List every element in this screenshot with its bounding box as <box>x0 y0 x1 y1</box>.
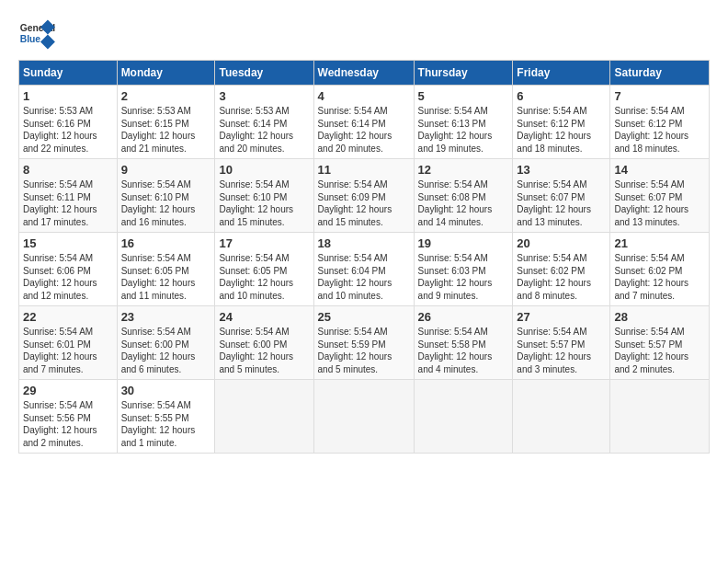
day-number: 25 <box>318 310 410 324</box>
day-info: Sunrise: 5:54 AM Sunset: 5:58 PM Dayligh… <box>418 326 509 375</box>
day-number: 8 <box>23 163 113 177</box>
day-number: 9 <box>121 163 211 177</box>
day-info: Sunrise: 5:54 AM Sunset: 6:03 PM Dayligh… <box>418 252 509 302</box>
calendar-cell: 26Sunrise: 5:54 AM Sunset: 5:58 PM Dayli… <box>414 306 513 380</box>
calendar-cell: 4Sunrise: 5:54 AM Sunset: 6:14 PM Daylig… <box>313 86 414 159</box>
day-number: 20 <box>517 236 606 250</box>
day-info: Sunrise: 5:54 AM Sunset: 5:57 PM Dayligh… <box>614 326 705 375</box>
calendar-cell: 16Sunrise: 5:54 AM Sunset: 6:05 PM Dayli… <box>117 233 215 306</box>
calendar-cell <box>414 380 513 454</box>
logo: General Blue <box>18 18 59 51</box>
calendar-cell: 15Sunrise: 5:54 AM Sunset: 6:06 PM Dayli… <box>19 233 118 306</box>
calendar-cell: 3Sunrise: 5:53 AM Sunset: 6:14 PM Daylig… <box>215 86 313 159</box>
calendar-cell: 24Sunrise: 5:54 AM Sunset: 6:00 PM Dayli… <box>215 306 313 380</box>
calendar-cell <box>313 380 414 454</box>
day-info: Sunrise: 5:53 AM Sunset: 6:16 PM Dayligh… <box>23 105 113 155</box>
calendar-week-4: 22Sunrise: 5:54 AM Sunset: 6:01 PM Dayli… <box>19 306 710 380</box>
calendar-cell: 14Sunrise: 5:54 AM Sunset: 6:07 PM Dayli… <box>610 159 710 233</box>
day-number: 14 <box>614 163 705 177</box>
day-number: 21 <box>614 236 705 250</box>
day-number: 15 <box>23 236 113 250</box>
day-info: Sunrise: 5:54 AM Sunset: 6:10 PM Dayligh… <box>219 178 309 228</box>
day-number: 16 <box>121 236 211 250</box>
day-number: 29 <box>23 384 113 397</box>
day-number: 4 <box>318 89 410 103</box>
day-info: Sunrise: 5:54 AM Sunset: 6:05 PM Dayligh… <box>121 252 211 302</box>
calendar-cell: 11Sunrise: 5:54 AM Sunset: 6:09 PM Dayli… <box>313 159 414 233</box>
calendar-cell: 30Sunrise: 5:54 AM Sunset: 5:55 PM Dayli… <box>117 380 215 454</box>
calendar-cell: 5Sunrise: 5:54 AM Sunset: 6:13 PM Daylig… <box>414 86 513 159</box>
calendar-week-5: 29Sunrise: 5:54 AM Sunset: 5:56 PM Dayli… <box>19 380 710 454</box>
day-number: 22 <box>23 310 113 324</box>
day-number: 26 <box>418 310 509 324</box>
col-header-tuesday: Tuesday <box>215 61 313 86</box>
col-header-wednesday: Wednesday <box>313 61 414 86</box>
day-number: 1 <box>23 89 113 103</box>
day-number: 17 <box>219 236 309 250</box>
col-header-thursday: Thursday <box>414 61 513 86</box>
day-number: 12 <box>418 163 509 177</box>
day-info: Sunrise: 5:54 AM Sunset: 6:09 PM Dayligh… <box>318 178 410 228</box>
day-number: 3 <box>219 89 309 103</box>
day-info: Sunrise: 5:54 AM Sunset: 6:05 PM Dayligh… <box>219 252 309 302</box>
day-info: Sunrise: 5:54 AM Sunset: 6:02 PM Dayligh… <box>517 252 606 302</box>
calendar-cell: 2Sunrise: 5:53 AM Sunset: 6:15 PM Daylig… <box>117 86 215 159</box>
calendar-cell: 28Sunrise: 5:54 AM Sunset: 5:57 PM Dayli… <box>610 306 710 380</box>
day-number: 28 <box>614 310 705 324</box>
day-info: Sunrise: 5:54 AM Sunset: 6:01 PM Dayligh… <box>23 326 113 375</box>
page-header: General Blue <box>18 18 710 51</box>
day-info: Sunrise: 5:53 AM Sunset: 6:15 PM Dayligh… <box>121 105 211 155</box>
calendar-cell: 8Sunrise: 5:54 AM Sunset: 6:11 PM Daylig… <box>19 159 118 233</box>
calendar-cell: 23Sunrise: 5:54 AM Sunset: 6:00 PM Dayli… <box>117 306 215 380</box>
calendar-week-2: 8Sunrise: 5:54 AM Sunset: 6:11 PM Daylig… <box>19 159 710 233</box>
day-info: Sunrise: 5:54 AM Sunset: 6:12 PM Dayligh… <box>614 105 705 155</box>
day-number: 7 <box>614 89 705 103</box>
day-number: 24 <box>219 310 309 324</box>
calendar-cell: 27Sunrise: 5:54 AM Sunset: 5:57 PM Dayli… <box>513 306 610 380</box>
calendar-cell <box>215 380 313 454</box>
calendar-cell: 1Sunrise: 5:53 AM Sunset: 6:16 PM Daylig… <box>19 86 118 159</box>
day-info: Sunrise: 5:54 AM Sunset: 5:55 PM Dayligh… <box>121 399 211 449</box>
col-header-sunday: Sunday <box>19 61 118 86</box>
col-header-saturday: Saturday <box>610 61 710 86</box>
calendar-cell: 7Sunrise: 5:54 AM Sunset: 6:12 PM Daylig… <box>610 86 710 159</box>
day-number: 5 <box>418 89 509 103</box>
day-info: Sunrise: 5:54 AM Sunset: 6:10 PM Dayligh… <box>121 178 211 228</box>
calendar-cell: 22Sunrise: 5:54 AM Sunset: 6:01 PM Dayli… <box>19 306 118 380</box>
day-number: 6 <box>517 89 606 103</box>
calendar-table: SundayMondayTuesdayWednesdayThursdayFrid… <box>18 60 710 454</box>
day-info: Sunrise: 5:54 AM Sunset: 6:07 PM Dayligh… <box>614 178 705 228</box>
day-info: Sunrise: 5:54 AM Sunset: 6:12 PM Dayligh… <box>517 105 606 155</box>
day-info: Sunrise: 5:54 AM Sunset: 5:56 PM Dayligh… <box>23 399 113 449</box>
day-number: 18 <box>318 236 410 250</box>
calendar-cell: 25Sunrise: 5:54 AM Sunset: 5:59 PM Dayli… <box>313 306 414 380</box>
svg-text:Blue: Blue <box>20 34 41 44</box>
day-number: 23 <box>121 310 211 324</box>
day-info: Sunrise: 5:54 AM Sunset: 6:06 PM Dayligh… <box>23 252 113 302</box>
calendar-cell: 29Sunrise: 5:54 AM Sunset: 5:56 PM Dayli… <box>19 380 118 454</box>
calendar-cell <box>610 380 710 454</box>
day-info: Sunrise: 5:54 AM Sunset: 6:08 PM Dayligh… <box>418 178 509 228</box>
calendar-cell: 18Sunrise: 5:54 AM Sunset: 6:04 PM Dayli… <box>313 233 414 306</box>
day-number: 13 <box>517 163 606 177</box>
calendar-cell: 21Sunrise: 5:54 AM Sunset: 6:02 PM Dayli… <box>610 233 710 306</box>
calendar-week-1: 1Sunrise: 5:53 AM Sunset: 6:16 PM Daylig… <box>19 86 710 159</box>
calendar-week-3: 15Sunrise: 5:54 AM Sunset: 6:06 PM Dayli… <box>19 233 710 306</box>
calendar-cell: 13Sunrise: 5:54 AM Sunset: 6:07 PM Dayli… <box>513 159 610 233</box>
day-info: Sunrise: 5:54 AM Sunset: 5:57 PM Dayligh… <box>517 326 606 375</box>
day-number: 11 <box>318 163 410 177</box>
calendar-cell: 9Sunrise: 5:54 AM Sunset: 6:10 PM Daylig… <box>117 159 215 233</box>
col-header-monday: Monday <box>117 61 215 86</box>
day-info: Sunrise: 5:54 AM Sunset: 6:02 PM Dayligh… <box>614 252 705 302</box>
calendar-cell: 20Sunrise: 5:54 AM Sunset: 6:02 PM Dayli… <box>513 233 610 306</box>
day-info: Sunrise: 5:54 AM Sunset: 6:07 PM Dayligh… <box>517 178 606 228</box>
calendar-cell: 6Sunrise: 5:54 AM Sunset: 6:12 PM Daylig… <box>513 86 610 159</box>
calendar-cell: 12Sunrise: 5:54 AM Sunset: 6:08 PM Dayli… <box>414 159 513 233</box>
day-info: Sunrise: 5:54 AM Sunset: 5:59 PM Dayligh… <box>318 326 410 375</box>
calendar-cell <box>513 380 610 454</box>
calendar-header-row: SundayMondayTuesdayWednesdayThursdayFrid… <box>19 61 710 86</box>
day-info: Sunrise: 5:54 AM Sunset: 6:14 PM Dayligh… <box>318 105 410 155</box>
day-info: Sunrise: 5:54 AM Sunset: 6:04 PM Dayligh… <box>318 252 410 302</box>
day-number: 30 <box>121 384 211 397</box>
day-info: Sunrise: 5:54 AM Sunset: 6:00 PM Dayligh… <box>219 326 309 375</box>
